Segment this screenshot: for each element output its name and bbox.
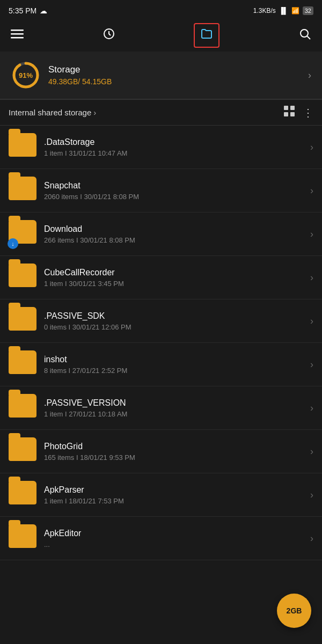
- status-time: 5:35 PM ☁: [9, 6, 47, 15]
- folder-icon: [9, 524, 36, 552]
- breadcrumb[interactable]: Internal shared storage ›: [9, 108, 96, 117]
- file-name: .PASSIVE_VERSION: [44, 398, 310, 408]
- list-item[interactable]: Snapchat 2060 items I 30/01/21 8:08 PM ›: [0, 169, 322, 213]
- folder-shape: [9, 350, 36, 374]
- download-badge: ↓: [8, 238, 18, 249]
- folder-icon: [9, 307, 36, 335]
- breadcrumb-actions: ⋮: [283, 105, 313, 120]
- folder-shape: [9, 133, 36, 157]
- storage-title: Storage: [48, 64, 308, 75]
- svg-rect-10: [284, 112, 288, 116]
- file-meta: 165 items I 18/01/21 9:53 PM: [44, 453, 310, 462]
- item-chevron: ›: [310, 142, 313, 153]
- item-chevron: ›: [310, 446, 313, 457]
- storage-ring: 91%: [11, 60, 41, 90]
- folder-shape: [9, 307, 36, 331]
- file-info: .PASSIVE_SDK 0 items I 30/01/21 12:06 PM: [44, 311, 310, 331]
- file-meta: 1 item I 30/01/21 3:45 PM: [44, 280, 310, 288]
- svg-point-4: [301, 30, 308, 37]
- folder-shape: [9, 394, 36, 418]
- history-button[interactable]: [103, 27, 115, 43]
- storage-fab[interactable]: 2GB: [277, 594, 311, 628]
- status-right: 1.3KB/s ▐▌ 📶 32: [253, 6, 313, 15]
- file-info: Download 266 items I 30/01/21 8:08 PM: [44, 224, 310, 244]
- folder-icon: [9, 437, 36, 465]
- svg-rect-2: [11, 37, 24, 39]
- storage-card[interactable]: 91% Storage 49.38GB/ 54.15GB ›: [0, 52, 322, 99]
- folder-icon: [9, 133, 36, 161]
- file-info: .PASSIVE_VERSION 1 item I 27/01/21 10:18…: [44, 398, 310, 418]
- battery-indicator: 32: [303, 6, 313, 15]
- folder-icon: [9, 394, 36, 422]
- item-chevron: ›: [310, 359, 313, 370]
- breadcrumb-bar: Internal shared storage › ⋮: [0, 100, 322, 126]
- breadcrumb-arrow: ›: [93, 108, 96, 117]
- list-item[interactable]: .PASSIVE_VERSION 1 item I 27/01/21 10:18…: [0, 386, 322, 430]
- file-meta: 1 item I 31/01/21 10:47 AM: [44, 149, 310, 157]
- folder-shape: [9, 437, 36, 461]
- grid-view-button[interactable]: [283, 105, 295, 120]
- item-chevron: ›: [310, 402, 313, 414]
- file-name: inshot: [44, 355, 310, 364]
- folder-shape: [9, 264, 36, 287]
- file-name: PhotoGrid: [44, 442, 310, 451]
- cloud-icon: ☁: [40, 6, 47, 15]
- search-button[interactable]: [298, 27, 311, 43]
- list-item[interactable]: PhotoGrid 165 items I 18/01/21 9:53 PM ›: [0, 430, 322, 473]
- item-chevron: ›: [310, 316, 313, 327]
- file-name: CubeCallRecorder: [44, 268, 310, 277]
- folder-icon: [9, 350, 36, 378]
- list-item[interactable]: .DataStorage 1 item I 31/01/21 10:47 AM …: [0, 126, 322, 169]
- item-chevron: ›: [310, 489, 313, 501]
- file-name: ApkParser: [44, 485, 310, 495]
- folder-icon: ↓: [9, 220, 36, 248]
- file-info: Snapchat 2060 items I 30/01/21 8:08 PM: [44, 181, 310, 201]
- wifi-icon: 📶: [291, 7, 299, 14]
- storage-chevron: ›: [308, 70, 311, 81]
- files-tab[interactable]: [194, 23, 219, 48]
- file-name: Download: [44, 224, 310, 234]
- list-item[interactable]: .PASSIVE_SDK 0 items I 30/01/21 12:06 PM…: [0, 299, 322, 343]
- list-item[interactable]: CubeCallRecorder 1 item I 30/01/21 3:45 …: [0, 256, 322, 299]
- svg-rect-0: [11, 30, 24, 31]
- list-item[interactable]: inshot 8 items I 27/01/21 2:52 PM ›: [0, 343, 322, 386]
- file-meta: ...: [44, 540, 310, 548]
- folder-shape: [9, 177, 36, 200]
- file-meta: 2060 items I 30/01/21 8:08 PM: [44, 193, 310, 201]
- storage-size: 49.38GB/ 54.15GB: [48, 77, 308, 86]
- folder-shape: [9, 524, 36, 548]
- file-info: CubeCallRecorder 1 item I 30/01/21 3:45 …: [44, 268, 310, 288]
- svg-rect-1: [11, 33, 24, 35]
- more-options-button[interactable]: ⋮: [303, 106, 313, 119]
- file-info: ApkEditor ...: [44, 529, 310, 548]
- list-item[interactable]: ↓ Download 266 items I 30/01/21 8:08 PM …: [0, 213, 322, 256]
- folder-shape: [9, 481, 36, 504]
- status-bar: 5:35 PM ☁ 1.3KB/s ▐▌ 📶 32: [0, 0, 322, 19]
- svg-line-5: [307, 36, 310, 40]
- file-meta: 0 items I 30/01/21 12:06 PM: [44, 323, 310, 331]
- signal-icon: ▐▌: [279, 7, 288, 14]
- file-name: .DataStorage: [44, 137, 310, 147]
- folder-icon: [9, 481, 36, 509]
- folder-icon: [9, 177, 36, 204]
- file-meta: 1 item I 18/01/21 7:53 PM: [44, 497, 310, 505]
- storage-percent: 91%: [19, 71, 33, 79]
- item-chevron: ›: [310, 272, 313, 283]
- file-meta: 266 items I 30/01/21 8:08 PM: [44, 236, 310, 244]
- file-info: .DataStorage 1 item I 31/01/21 10:47 AM: [44, 137, 310, 157]
- list-item[interactable]: ApkParser 1 item I 18/01/21 7:53 PM ›: [0, 473, 322, 517]
- file-name: .PASSIVE_SDK: [44, 311, 310, 321]
- list-item[interactable]: ApkEditor ... ›: [0, 517, 322, 560]
- folder-icon: [9, 264, 36, 291]
- file-name: ApkEditor: [44, 529, 310, 538]
- menu-button[interactable]: [11, 27, 24, 43]
- file-meta: 1 item I 27/01/21 10:18 AM: [44, 410, 310, 418]
- file-info: ApkParser 1 item I 18/01/21 7:53 PM: [44, 485, 310, 505]
- item-chevron: ›: [310, 533, 313, 544]
- item-chevron: ›: [310, 229, 313, 240]
- svg-rect-8: [284, 106, 288, 110]
- file-name: Snapchat: [44, 181, 310, 191]
- file-info: inshot 8 items I 27/01/21 2:52 PM: [44, 355, 310, 375]
- file-meta: 8 items I 27/01/21 2:52 PM: [44, 367, 310, 375]
- item-chevron: ›: [310, 185, 313, 196]
